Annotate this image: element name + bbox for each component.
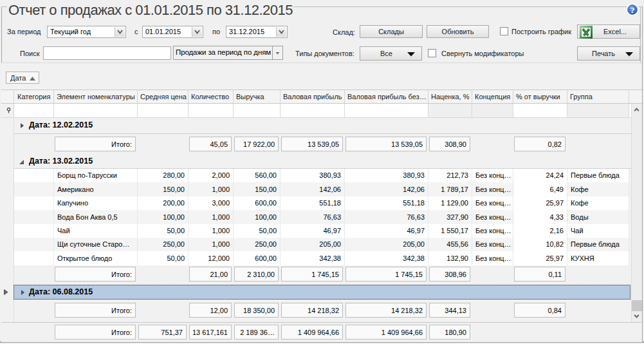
- svg-text:?: ?: [630, 5, 635, 15]
